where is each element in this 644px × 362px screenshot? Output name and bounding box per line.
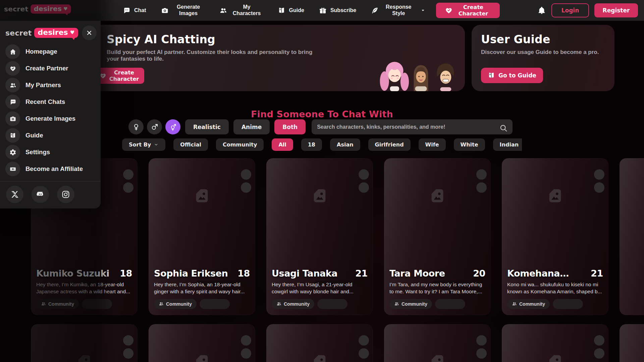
card-action-button[interactable] [359, 182, 369, 193]
card-info: Komehana… 21 Kono mi wa... shukufuku to … [502, 268, 608, 309]
card-action-button[interactable] [123, 169, 133, 180]
character-card[interactable] [384, 324, 491, 362]
chat-icon [123, 7, 130, 14]
nav-generate-images[interactable]: Generate Images [161, 4, 205, 17]
nav-response-style[interactable]: Response Style [371, 4, 426, 17]
empty-badge [317, 299, 347, 309]
card-action-button[interactable] [359, 169, 369, 180]
go-to-guide-button[interactable]: Go to Guide [481, 68, 543, 83]
sidebar-item-create-partner[interactable]: Create Partner [5, 61, 95, 76]
feather-icon [371, 7, 379, 14]
brand-logo-secret: secret [5, 29, 32, 37]
card-action-button[interactable] [241, 182, 251, 193]
character-card[interactable]: Usagi Tanaka 21 Hey there, I’m Usagi, a … [266, 158, 373, 315]
hero-characters-art [378, 57, 464, 91]
sidebar-item-settings[interactable]: Settings [5, 145, 95, 160]
character-card[interactable] [620, 324, 644, 362]
tag-white[interactable]: White [454, 138, 485, 151]
brand-logo[interactable]: secret desires♥ [5, 28, 78, 38]
sidebar-item-become-affiliate[interactable]: Become an Affiliate [5, 162, 95, 176]
top-navigation: Chat Generate Images My Characters Guide… [123, 0, 426, 21]
card-action-button[interactable] [476, 169, 487, 180]
tag-all[interactable]: All [272, 138, 293, 151]
users-icon [159, 301, 164, 306]
character-name: Tara Moore [389, 268, 445, 279]
character-card[interactable] [502, 324, 608, 362]
notifications-bell-icon[interactable] [537, 6, 546, 15]
card-action-button[interactable] [241, 169, 251, 180]
card-action-button[interactable] [476, 335, 487, 346]
card-action-button[interactable] [241, 335, 251, 346]
character-card[interactable]: Komehana… 21 Kono mi wa... shukufuku to … [502, 158, 608, 315]
tag-community[interactable]: Community [216, 138, 264, 151]
male-icon [151, 123, 159, 131]
gender-filter-both[interactable] [165, 119, 180, 134]
login-button[interactable]: Login [551, 3, 589, 17]
card-action-button[interactable] [123, 182, 133, 193]
character-bio: Hey there, I’m Kumiko, an 18-year-old Ja… [36, 281, 132, 295]
style-filter-anime[interactable]: Anime [233, 119, 270, 134]
character-card[interactable]: Tara Moore 20 I’m Tara, and my new body … [384, 158, 491, 315]
card-action-button[interactable] [594, 182, 604, 193]
social-instagram-button[interactable] [57, 186, 74, 203]
gender-filter-male[interactable] [147, 119, 162, 134]
search-icon[interactable] [499, 124, 508, 132]
heart-check-icon [5, 61, 20, 76]
card-action-button[interactable] [359, 348, 369, 359]
sort-by-dropdown[interactable]: Sort By [122, 138, 165, 151]
community-badge: Community [36, 299, 79, 309]
character-card[interactable] [149, 324, 255, 362]
nav-my-characters[interactable]: My Characters [219, 4, 263, 17]
nav-chat[interactable]: Chat [123, 7, 146, 14]
card-action-button[interactable] [594, 169, 604, 180]
character-card[interactable] [620, 158, 644, 315]
sidebar-item-recent-chats[interactable]: Recent Chats [5, 95, 95, 109]
search-input[interactable] [312, 119, 513, 134]
tag-18[interactable]: 18 [301, 138, 322, 151]
sidebar-item-generate-images[interactable]: Generate Images [5, 111, 95, 126]
character-card[interactable]: Sophia Eriksen 18 Hey there, I’m Sophia,… [149, 158, 255, 315]
card-action-button[interactable] [359, 335, 369, 346]
character-card[interactable] [266, 324, 373, 362]
card-info: Usagi Tanaka 21 Hey there, I’m Usagi, a … [266, 268, 373, 309]
brand-logo-secret: secret [4, 5, 28, 13]
sidebar-item-homepage[interactable]: Homepage [5, 44, 95, 59]
style-filter-realistic[interactable]: Realistic [185, 119, 229, 134]
card-action-button[interactable] [123, 335, 133, 346]
tag-girlfriend[interactable]: Girlfriend [368, 138, 411, 151]
character-age: 21 [355, 268, 368, 279]
empty-badge [200, 299, 230, 309]
card-action-button[interactable] [476, 348, 487, 359]
sidebar-item-my-partners[interactable]: My Partners [5, 78, 95, 93]
users-icon [394, 301, 399, 306]
style-filter-both[interactable]: Both [274, 119, 306, 134]
sidebar-item-guide[interactable]: Guide [5, 128, 95, 143]
card-action-button[interactable] [123, 348, 133, 359]
nav-guide[interactable]: Guide [278, 7, 304, 14]
card-title-row: Sophia Eriksen 18 [154, 268, 250, 279]
close-drawer-button[interactable] [82, 25, 97, 40]
top-bar: secret desires♥ Chat Generate Images My … [0, 0, 644, 21]
character-card[interactable] [31, 324, 138, 362]
card-actions [594, 169, 604, 193]
gender-filter-female[interactable] [128, 119, 144, 134]
tag-wife[interactable]: Wife [419, 138, 446, 151]
card-action-button[interactable] [476, 182, 487, 193]
nav-subscribe[interactable]: Subscribe [319, 7, 356, 14]
card-badges: Community [507, 299, 603, 309]
tag-official[interactable]: Official [173, 138, 208, 151]
register-button[interactable]: Register [594, 3, 638, 17]
tag-indian[interactable]: Indian [493, 138, 522, 151]
x-logo-icon [10, 190, 19, 199]
social-discord-button[interactable] [32, 186, 49, 203]
card-action-button[interactable] [594, 348, 604, 359]
social-x-button[interactable] [6, 186, 23, 203]
brand-logo[interactable]: secret desires♥ [4, 4, 71, 14]
tag-asian[interactable]: Asian [330, 138, 360, 151]
create-character-button[interactable]: Create Character [436, 3, 500, 18]
card-info: Kumiko Suzuki 18 Hey there, I’m Kumiko, … [31, 268, 138, 309]
card-action-button[interactable] [241, 348, 251, 359]
hero-create-character-button[interactable]: Create Character [95, 68, 144, 84]
card-action-button[interactable] [594, 335, 604, 346]
guide-subtitle: Discover our usage Guide to become a pro… [481, 49, 614, 56]
